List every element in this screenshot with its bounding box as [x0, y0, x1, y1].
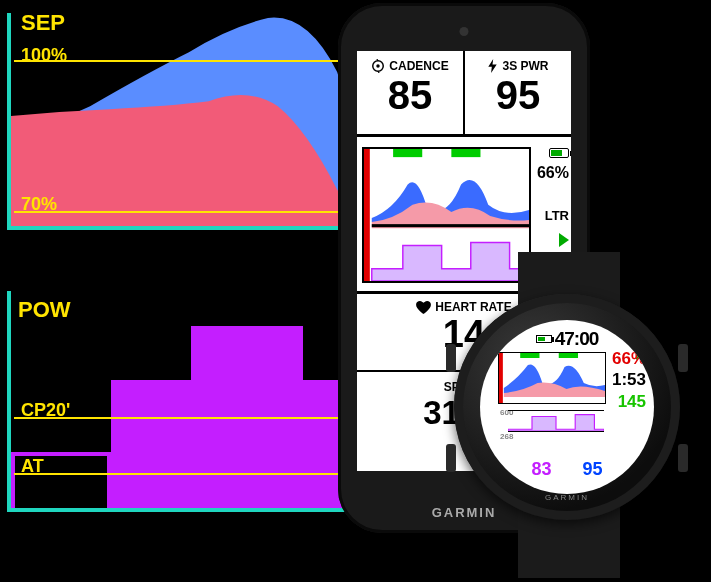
- svg-point-1: [377, 64, 381, 68]
- cadence-metric: CADENCE 85: [357, 51, 463, 134]
- sep-chart: SEP 100% 70%: [7, 13, 352, 230]
- power-value: 95: [465, 73, 571, 117]
- bolt-icon: [487, 59, 498, 73]
- watch-lap: 1:53: [612, 369, 646, 390]
- svg-rect-3: [393, 149, 422, 157]
- watch-battery-icon: [536, 335, 552, 343]
- svg-rect-4: [451, 149, 480, 157]
- pow-label-at: AT: [21, 456, 44, 477]
- sep-label-100: 100%: [21, 45, 67, 66]
- edge-ltr-label: LTR: [533, 208, 569, 223]
- watch-area-plot: [499, 353, 605, 403]
- svg-rect-6: [499, 353, 503, 403]
- power-metric: 3S PWR 95: [463, 51, 571, 134]
- watch-button-tr[interactable]: [678, 344, 688, 372]
- edge-battery-pct: 66%: [533, 164, 569, 182]
- watch-val-right: 95: [570, 459, 616, 480]
- watch-button-bl[interactable]: [446, 444, 456, 472]
- play-icon: [559, 233, 569, 247]
- pow-label-cp20: CP20': [21, 400, 70, 421]
- watch-bezel: GARMIN 47:00 66% 1:53: [454, 294, 680, 520]
- pow-step-2: [111, 380, 191, 508]
- heart-icon: [416, 301, 431, 314]
- watch-val-left: 83: [518, 459, 564, 480]
- garmin-watch: GARMIN 47:00 66% 1:53: [432, 252, 700, 578]
- svg-rect-2: [364, 149, 370, 281]
- watch-brand: GARMIN: [545, 493, 589, 502]
- watch-tick-bot: 268: [500, 432, 513, 441]
- sep-line-70: [14, 211, 352, 213]
- watch-time: 47:00: [555, 328, 599, 349]
- cadence-icon: [371, 59, 385, 73]
- svg-rect-8: [559, 353, 578, 358]
- watch-pow-plot: [508, 411, 604, 431]
- watch-hr: 145: [612, 391, 646, 412]
- cadence-label: CADENCE: [389, 59, 448, 73]
- power-label: 3S PWR: [502, 59, 548, 73]
- battery-icon: [549, 148, 569, 158]
- pow-title: POW: [18, 297, 71, 323]
- watch-button-tl[interactable]: [446, 344, 456, 372]
- sep-label-70: 70%: [21, 194, 57, 215]
- watch-pct: 66%: [612, 348, 646, 369]
- watch-face[interactable]: 47:00 66% 1:53 145 600: [480, 320, 654, 494]
- svg-rect-7: [520, 353, 539, 358]
- svg-rect-5: [372, 224, 529, 227]
- watch-button-br[interactable]: [678, 444, 688, 472]
- cadence-value: 85: [357, 73, 463, 117]
